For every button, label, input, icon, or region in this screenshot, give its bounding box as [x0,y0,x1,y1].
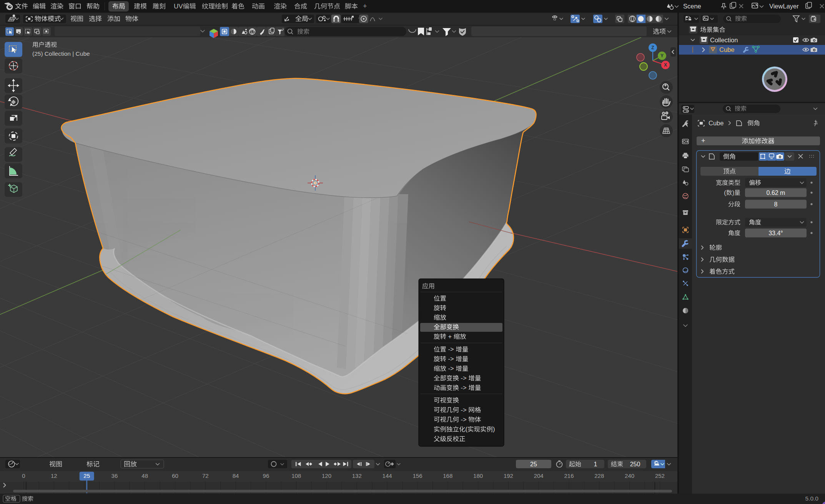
svg-text:->: -> [459,406,468,413]
svg-text:): ) [732,190,734,196]
svg-text:(: ( [466,426,468,432]
svg-text:25: 25 [530,461,537,467]
svg-text:84: 84 [233,472,239,479]
svg-text:25: 25 [83,472,90,479]
svg-text:216: 216 [564,472,574,479]
svg-text:144: 144 [383,472,392,479]
svg-text:5.0.0: 5.0.0 [805,495,819,502]
svg-text:108: 108 [291,472,301,479]
svg-text:192: 192 [504,472,513,479]
svg-text:60: 60 [172,472,178,479]
svg-text:72: 72 [202,472,209,479]
svg-text:Collection: Collection [710,37,738,43]
svg-text:Z: Z [651,45,654,50]
svg-text:+: + [701,137,705,145]
svg-text:->: -> [446,346,456,353]
svg-text:X: X [664,62,667,68]
svg-text:120: 120 [322,472,331,479]
svg-text:): ) [493,426,495,432]
svg-text:(: ( [724,190,726,196]
svg-text:->: -> [446,355,456,362]
svg-text:Scene: Scene [683,3,701,10]
svg-text:Y: Y [660,53,664,58]
svg-text:132: 132 [352,472,362,479]
svg-text:12: 12 [51,472,57,479]
svg-text:240: 240 [625,472,634,479]
svg-text:+: + [446,333,454,340]
svg-text:0.62 m: 0.62 m [767,190,785,196]
svg-text:252: 252 [655,472,665,479]
svg-text:+: + [363,2,367,10]
svg-text:ViewLayer: ViewLayer [769,3,799,10]
svg-text:168: 168 [443,472,452,479]
svg-text:0: 0 [22,472,25,479]
svg-text:228: 228 [594,472,604,479]
svg-text:250: 250 [630,461,640,467]
svg-text:Cube: Cube [719,46,734,53]
svg-text:8: 8 [774,201,778,208]
svg-text:33.4°: 33.4° [768,230,783,236]
svg-text:->: -> [446,365,456,372]
svg-text:156: 156 [412,472,422,479]
svg-text:48: 48 [141,472,148,479]
svg-text:204: 204 [534,472,544,479]
svg-text:1: 1 [594,461,597,467]
svg-text:Cube: Cube [709,120,724,126]
svg-text:180: 180 [473,472,483,479]
svg-text:96: 96 [263,472,269,479]
svg-text:36: 36 [111,472,118,479]
svg-text:->: -> [459,374,468,381]
svg-text:(25) Collection | Cube: (25) Collection | Cube [32,50,90,57]
svg-text:->: -> [459,384,468,391]
svg-text:->: -> [459,416,468,423]
svg-text:UV: UV [174,3,183,10]
